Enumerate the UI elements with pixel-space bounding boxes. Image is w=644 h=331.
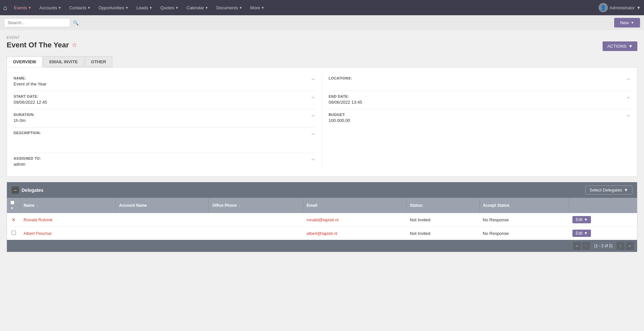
row1-delete-cell: ✕ <box>7 213 20 227</box>
row2-edit-cell: Edit ▼ <box>569 227 637 240</box>
nav-quotes[interactable]: Quotes ▼ <box>157 3 182 12</box>
delegates-header: − Delegates Select Delegates ▼ <box>7 182 637 198</box>
edit-budget-icon[interactable]: ✏ <box>627 113 630 118</box>
tab-overview[interactable]: OVERVIEW <box>7 56 42 67</box>
nav-accounts[interactable]: Accounts ▼ <box>36 3 65 12</box>
row2-email-link[interactable]: albert@lapisit.nl <box>307 231 337 236</box>
field-name: NAME: Event of the Year ✏ <box>14 73 315 91</box>
edit-end-date-icon[interactable]: ✏ <box>627 95 630 100</box>
col-header-phone[interactable]: Office Phone ↕ <box>209 198 303 213</box>
row2-accept-status-cell: No Response <box>479 227 569 240</box>
new-button[interactable]: New ▼ <box>614 18 640 28</box>
row2-name-link[interactable]: Albert Peschar <box>24 231 52 236</box>
row1-email-link[interactable]: ronald@lapisit.nl <box>307 217 338 222</box>
edit-duration-icon[interactable]: ✏ <box>312 113 315 118</box>
table-header-row: ▼ Name ↕ Account Name Office Phone ↕ Ema <box>7 198 637 213</box>
table-row: ✕ Ronald Rolvink ronald@lapisit.nl <box>7 213 637 227</box>
row2-checkbox-cell <box>7 227 20 240</box>
phone-sort-icon: ↕ <box>239 204 241 207</box>
nav-events[interactable]: Events ▼ <box>11 3 35 12</box>
detail-left: NAME: Event of the Year ✏ START DATE: 09… <box>14 73 322 171</box>
field-assigned-to: ASSIGNED TO: admin ✏ <box>14 153 315 171</box>
detail-grid: NAME: Event of the Year ✏ START DATE: 09… <box>14 73 630 171</box>
nav-calendar[interactable]: Calendar ▼ <box>183 3 212 12</box>
col-header-email: Email <box>303 198 406 213</box>
edit-assigned-icon[interactable]: ✏ <box>312 157 315 162</box>
edit-locations-icon[interactable]: ✏ <box>627 77 630 82</box>
detail-card: NAME: Event of the Year ✏ START DATE: 09… <box>7 67 637 177</box>
top-navigation: ⌂ Events ▼ Accounts ▼ Contacts ▼ Opportu… <box>0 0 644 15</box>
col-header-actions <box>569 198 637 213</box>
record-title: Event Of The Year ☆ <box>7 41 77 49</box>
row2-name-cell: Albert Peschar <box>20 227 116 240</box>
tab-email-invite[interactable]: EMAIL INVITE <box>43 56 84 67</box>
row1-edit-button[interactable]: Edit ▼ <box>572 216 591 223</box>
pagination-last-button[interactable]: » <box>626 242 634 250</box>
row1-accept-status-cell: No Response <box>479 213 569 227</box>
field-description: DESCRIPTION: ✏ <box>14 128 315 153</box>
delegates-title: − Delegates <box>12 187 43 194</box>
name-sort-icon: ↕ <box>37 204 38 207</box>
pagination-next-button[interactable]: › <box>616 242 624 250</box>
tab-bar: OVERVIEW EMAIL INVITE OTHER <box>7 56 637 67</box>
col-header-name[interactable]: Name ↕ <box>20 198 116 213</box>
nav-user-section: 👤 Administrator ▼ <box>599 3 641 12</box>
favorite-star-icon[interactable]: ☆ <box>72 41 77 49</box>
row1-account-cell <box>116 213 209 227</box>
row1-delete-icon[interactable]: ✕ <box>12 217 16 222</box>
nav-leads[interactable]: Leads ▼ <box>133 3 156 12</box>
row2-status-cell: Not Invited <box>406 227 479 240</box>
nav-opportunities[interactable]: Opportunities ▼ <box>95 3 132 12</box>
col-header-status: Status: <box>406 198 479 213</box>
collapse-delegates-button[interactable]: − <box>12 187 19 194</box>
row2-checkbox[interactable] <box>12 231 16 235</box>
table-pagination: « ‹ (1 - 2 of 2) › » <box>7 240 637 252</box>
detail-right: LOCATIONS: ✏ END DATE: 09/06/2022 13:45 … <box>322 73 631 171</box>
row2-email-cell: albert@lapisit.nl <box>303 227 406 240</box>
field-locations: LOCATIONS: ✏ <box>329 73 631 91</box>
row1-phone-cell <box>209 213 303 227</box>
record-label: EVENT <box>7 35 77 39</box>
row1-name-cell: Ronald Rolvink <box>20 213 116 227</box>
row1-email-cell: ronald@lapisit.nl <box>303 213 406 227</box>
actions-button[interactable]: ACTIONS ▼ <box>603 41 637 51</box>
delegates-table: ▼ Name ↕ Account Name Office Phone ↕ Ema <box>7 198 637 240</box>
field-start-date: START DATE: 09/06/2022 12:45 ✏ <box>14 91 315 109</box>
row2-phone-cell <box>209 227 303 240</box>
pagination-info: (1 - 2 of 2) <box>594 244 613 248</box>
col-header-account: Account Name <box>116 198 209 213</box>
row2-edit-button[interactable]: Edit ▼ <box>572 230 591 237</box>
field-end-date: END DATE: 09/06/2022 13:45 ✏ <box>329 91 631 109</box>
pagination-first-button[interactable]: « <box>573 242 581 250</box>
field-budget: BUDGET: 100.000,00 ✏ <box>329 109 631 127</box>
select-delegates-button[interactable]: Select Delegates ▼ <box>585 186 632 194</box>
edit-name-icon[interactable]: ✏ <box>312 77 315 82</box>
admin-avatar: 👤 <box>599 3 608 12</box>
edit-start-date-icon[interactable]: ✏ <box>312 95 315 100</box>
admin-menu[interactable]: 👤 Administrator ▼ <box>599 3 641 12</box>
col-header-accept-status: Accept Status <box>479 198 569 213</box>
row1-status-cell: Not Invited <box>406 213 479 227</box>
select-all-checkbox[interactable] <box>10 200 15 205</box>
edit-description-icon[interactable]: ✏ <box>312 132 315 137</box>
table-row: Albert Peschar albert@lapisit.nl Not Inv… <box>7 227 637 240</box>
row1-edit-cell: Edit ▼ <box>569 213 637 227</box>
main-content: EVENT Event Of The Year ☆ ACTIONS ▼ OVER… <box>0 30 644 257</box>
nav-more[interactable]: More ▼ <box>247 3 268 12</box>
delegates-section: − Delegates Select Delegates ▼ ▼ Name <box>7 182 637 252</box>
row2-account-cell <box>116 227 209 240</box>
home-icon[interactable]: ⌂ <box>3 4 7 12</box>
field-duration: DURATION: 1h 0m ✏ <box>14 109 315 128</box>
search-input[interactable] <box>4 18 70 27</box>
tab-other[interactable]: OTHER <box>85 56 113 67</box>
select-all-header: ▼ <box>7 198 20 213</box>
events-caret: ▼ <box>28 6 31 10</box>
pagination-prev-button[interactable]: ‹ <box>582 242 590 250</box>
nav-contacts[interactable]: Contacts ▼ <box>66 3 94 12</box>
row1-name-link[interactable]: Ronald Rolvink <box>24 217 52 222</box>
search-icon: 🔍 <box>73 20 79 26</box>
search-bar: 🔍 New ▼ <box>0 15 644 30</box>
nav-documents[interactable]: Documents ▼ <box>213 3 246 12</box>
